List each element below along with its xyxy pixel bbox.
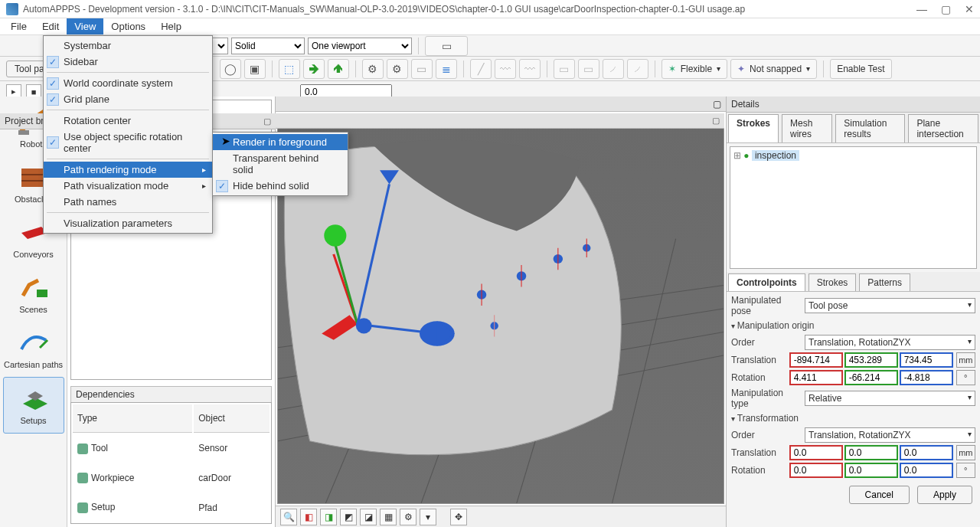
details-title: Details	[727, 97, 980, 113]
submenu-hide-behind[interactable]: ✓Hide behind solid	[213, 178, 348, 194]
col-type[interactable]: Type	[73, 404, 192, 433]
cursor-icon[interactable]: ✥	[450, 509, 467, 525]
menu-path-render[interactable]: Path rendering mode▸	[44, 162, 212, 178]
tool-icon-5[interactable]: 🡹	[328, 59, 349, 79]
view-cube-1[interactable]: ◧	[300, 509, 317, 525]
tool-icon-11[interactable]: 〰	[495, 59, 516, 79]
unit-mm2[interactable]: mm	[956, 445, 975, 460]
trans-y[interactable]	[844, 352, 898, 368]
section-manip-origin[interactable]: Manipulation origin	[731, 319, 975, 332]
menu-objrot[interactable]: ✓Use object specific rotation center	[44, 129, 212, 156]
apply-button[interactable]: Apply	[917, 486, 972, 504]
tool-icon-14[interactable]: ▭	[578, 59, 599, 79]
section-transformation[interactable]: Transformation	[731, 411, 975, 425]
label-manip-pose: Manipulated pose	[731, 295, 802, 316]
menu-systembar[interactable]: Systembar	[44, 38, 212, 54]
menu-grid[interactable]: ✓Grid plane	[44, 91, 212, 107]
menu-path-names[interactable]: Path names	[44, 194, 212, 210]
flexible-dropdown[interactable]: ✶Flexible▾	[662, 59, 727, 79]
sidebar-item-scenes[interactable]: Scenes	[3, 267, 64, 322]
tree-item-inspection[interactable]: inspection	[752, 150, 799, 161]
viewport-combo[interactable]: One viewport	[308, 38, 412, 54]
tab-sim[interactable]: Simulation results	[835, 114, 905, 142]
trans-z[interactable]	[900, 352, 953, 368]
menu-path-vis[interactable]: Path visualization mode▸	[44, 178, 212, 194]
menu-worldcs[interactable]: ✓World coordinate system	[44, 75, 212, 91]
submenu-transparent[interactable]: Transparent behind solid	[213, 150, 348, 178]
rot-z[interactable]	[900, 370, 953, 385]
rot2-x[interactable]	[789, 463, 843, 478]
tool-icon-10[interactable]: ╱	[470, 59, 492, 79]
rot-y[interactable]	[844, 370, 898, 385]
table-row[interactable]: ToolSensor	[73, 434, 270, 463]
tool-icon-12[interactable]: 〰	[519, 59, 541, 79]
menu-rotcenter[interactable]: Rotation center	[44, 113, 212, 129]
trans2-z[interactable]	[900, 445, 953, 460]
menu-sidebar[interactable]: ✓Sidebar	[44, 54, 212, 70]
table-row[interactable]: WorkpiececarDoor	[73, 464, 270, 493]
enable-test-button[interactable]: Enable Test	[830, 59, 892, 79]
tool-icon-8[interactable]: ▭	[411, 59, 433, 79]
check-icon: ✓	[47, 56, 59, 68]
manip-pose-select[interactable]: Tool pose▾	[805, 298, 975, 313]
trans-x[interactable]	[789, 352, 843, 368]
view-cube-4[interactable]: ◪	[360, 509, 377, 525]
viewport-title-strip: ▢	[276, 113, 724, 129]
tool-icon-16[interactable]: ⟋	[627, 59, 648, 79]
shading-combo[interactable]: Solid	[231, 38, 305, 54]
close-button[interactable]: ✕	[965, 3, 974, 15]
minimize-button[interactable]: —	[916, 3, 927, 15]
submenu-render-foreground[interactable]: Render in foreground	[213, 134, 348, 150]
view-cube-2[interactable]: ◨	[320, 509, 337, 525]
tab-mesh[interactable]: Mesh wires	[782, 114, 832, 142]
cancel-button[interactable]: Cancel	[849, 486, 910, 504]
tab-controlpoints[interactable]: Controlpoints	[728, 273, 805, 291]
sidebar-item-paths[interactable]: Cartesian paths	[3, 322, 64, 377]
view-cube-5[interactable]: ▦	[380, 509, 397, 525]
snap-dropdown[interactable]: ✦Not snapped▾	[730, 59, 817, 79]
check-icon: ✓	[47, 93, 59, 106]
table-row[interactable]: SetupPfad	[73, 493, 270, 522]
trans2-y[interactable]	[844, 445, 898, 460]
zoom-icon[interactable]: 🔍	[280, 509, 297, 525]
menu-help[interactable]: Help	[153, 18, 189, 34]
rot-x[interactable]	[789, 370, 843, 385]
unit-mm[interactable]: mm	[956, 352, 975, 368]
view-cube-3[interactable]: ◩	[340, 509, 357, 525]
unit-deg[interactable]: °	[956, 370, 975, 385]
rot2-y[interactable]	[844, 463, 898, 478]
tab-strokes2[interactable]: Strokes	[808, 273, 857, 291]
menu-vis-params[interactable]: Visualization parameters	[44, 215, 212, 231]
tool-icon-15[interactable]: ⟋	[603, 59, 624, 79]
menu-edit[interactable]: Edit	[34, 18, 67, 34]
tool-icon-13[interactable]: ▭	[554, 59, 575, 79]
tool-icon-2[interactable]: ▣	[244, 59, 266, 79]
tool-icon-6[interactable]: ⚙	[362, 59, 384, 79]
tool-icon-9[interactable]: ≣	[436, 59, 457, 79]
thumbnail-button[interactable]: ▭	[425, 36, 468, 56]
tab-strokes[interactable]: Strokes	[728, 114, 779, 142]
tab-plane[interactable]: Plane intersection	[908, 114, 978, 142]
tool-icon-4[interactable]: 🡺	[303, 59, 325, 79]
col-object[interactable]: Object	[194, 404, 270, 433]
order-select[interactable]: Translation, RotationZYX▾	[805, 335, 975, 350]
tool-icon-7[interactable]: ⚙	[387, 59, 408, 79]
check-icon: ✓	[47, 77, 59, 90]
menu-file[interactable]: File	[3, 18, 34, 34]
unit-deg2[interactable]: °	[956, 463, 975, 478]
trans2-x[interactable]	[789, 445, 843, 460]
sidebar-item-setups[interactable]: Setups	[3, 377, 64, 434]
manip-type-select[interactable]: Relative▾	[805, 391, 975, 406]
tab-patterns[interactable]: Patterns	[859, 273, 910, 291]
view-dropdown[interactable]: ▾	[420, 509, 436, 525]
order-select-2[interactable]: Translation, RotationZYX▾	[805, 427, 975, 443]
rot2-z[interactable]	[900, 463, 953, 478]
sidebar-label: Setups	[20, 416, 46, 425]
tool-icon-1[interactable]: ◯	[220, 59, 241, 79]
view-cube-6[interactable]: ⚙	[400, 509, 416, 525]
strokes-tree[interactable]: ⊞ ● inspection	[730, 146, 977, 269]
menu-options[interactable]: Options	[103, 18, 153, 34]
maximize-button[interactable]: ▢	[941, 3, 951, 15]
tool-icon-3[interactable]: ⬚	[279, 59, 300, 79]
menu-view[interactable]: View	[67, 18, 103, 34]
